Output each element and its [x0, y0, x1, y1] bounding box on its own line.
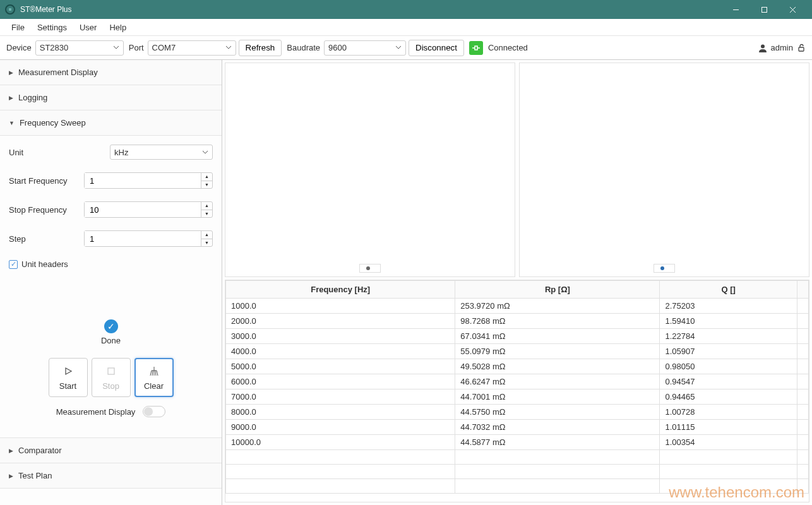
user-icon [758, 44, 767, 52]
table-cell: 44.7032 mΩ [455, 420, 660, 435]
chevron-down-icon [202, 148, 208, 157]
md-toggle[interactable] [143, 406, 165, 417]
table-header[interactable]: Frequency [Hz] [226, 281, 455, 299]
chart-rp-legend [359, 264, 381, 273]
table-row[interactable]: 4000.055.0979 mΩ1.05907 [226, 344, 809, 359]
table-cell: 9000.0 [226, 420, 455, 435]
start-freq-label: Start Frequency [9, 176, 84, 186]
step-value[interactable] [85, 231, 201, 246]
stop-button-label: Stop [102, 381, 119, 391]
table-row[interactable]: 2000.098.7268 mΩ1.59410 [226, 314, 809, 329]
stop-freq-input[interactable]: ▲▼ [84, 201, 213, 218]
port-select[interactable]: COM7 [148, 40, 236, 56]
table-cell: 0.94547 [660, 374, 797, 389]
menu-help[interactable]: Help [103, 20, 133, 35]
accordion-frequency-sweep[interactable]: ▼ Frequency Sweep [0, 110, 222, 136]
chevron-down-icon [395, 43, 402, 52]
frequency-sweep-panel: Unit kHz Start Frequency ▲▼ Stop Frequen… [0, 136, 222, 438]
done-check-icon: ✓ [104, 319, 118, 333]
table-row[interactable]: 10000.044.5877 mΩ1.00354 [226, 435, 809, 450]
table-cell: 1.00354 [660, 435, 797, 450]
accordion-test-plan[interactable]: ▶ Test Plan [0, 463, 222, 489]
stop-freq-value[interactable] [85, 202, 201, 217]
start-button[interactable]: Start [49, 358, 88, 397]
table-row[interactable]: 9000.044.7032 mΩ1.01115 [226, 420, 809, 435]
baudrate-label: Baudrate [287, 43, 320, 52]
table-cell: 253.9720 mΩ [455, 299, 660, 314]
close-button[interactable] [779, 0, 807, 19]
table-cell: 55.0979 mΩ [455, 344, 660, 359]
unit-label: Unit [9, 148, 110, 157]
chart-rp[interactable] [225, 62, 515, 277]
table-row[interactable]: 3000.067.0341 mΩ1.22784 [226, 329, 809, 344]
chart-q[interactable] [519, 62, 809, 277]
accordion-measurement-display[interactable]: ▶ Measurement Display [0, 60, 222, 85]
user-area[interactable]: admin [758, 43, 806, 52]
play-icon [64, 365, 73, 377]
refresh-button[interactable]: Refresh [239, 40, 282, 56]
menu-user[interactable]: User [73, 20, 103, 35]
table-row [226, 450, 809, 465]
spin-down-icon[interactable]: ▼ [201, 210, 212, 218]
disconnect-button[interactable]: Disconnect [409, 40, 464, 56]
table-cell: 1.22784 [660, 329, 797, 344]
table-row[interactable]: 6000.046.6247 mΩ0.94547 [226, 374, 809, 389]
data-table: Frequency [Hz]Rp [Ω]Q [] 1000.0253.9720 … [225, 280, 809, 494]
spin-down-icon[interactable]: ▼ [201, 181, 212, 189]
table-cell: 1.01115 [660, 420, 797, 435]
table-row[interactable]: 7000.044.7001 mΩ0.94465 [226, 389, 809, 405]
unit-value: kHz [114, 148, 128, 157]
accordion-label: Comparator [18, 446, 62, 455]
broom-icon [149, 365, 159, 377]
charts-row [225, 62, 809, 277]
table-row[interactable]: 1000.0253.9720 mΩ2.75203 [226, 299, 809, 314]
table-cell: 1.59410 [660, 314, 797, 329]
table-cell: 1.00728 [660, 405, 797, 420]
accordion-logging[interactable]: ▶ Logging [0, 85, 222, 110]
table-header[interactable]: Rp [Ω] [455, 281, 660, 299]
chevron-right-icon: ▶ [9, 95, 13, 101]
step-input[interactable]: ▲▼ [84, 230, 213, 247]
table-row [226, 479, 809, 494]
start-button-label: Start [59, 381, 76, 391]
menu-file[interactable]: File [5, 20, 31, 35]
table-cell: 49.5028 mΩ [455, 359, 660, 374]
stop-button[interactable]: Stop [92, 358, 131, 397]
unit-headers-checkbox[interactable]: ✓ [9, 260, 18, 269]
legend-dot-icon [660, 266, 664, 270]
device-label: Device [6, 43, 32, 52]
connected-icon [469, 41, 483, 55]
chevron-right-icon: ▶ [9, 69, 13, 76]
device-select[interactable]: ST2830 [35, 40, 124, 56]
table-row[interactable]: 8000.044.5750 mΩ1.00728 [226, 405, 809, 420]
spin-up-icon[interactable]: ▲ [201, 231, 212, 239]
start-freq-value[interactable] [85, 173, 201, 188]
user-name: admin [771, 43, 793, 52]
chart-q-svg [525, 68, 804, 246]
table-cell: 10000.0 [226, 435, 455, 450]
data-table-wrap[interactable]: Frequency [Hz]Rp [Ω]Q [] 1000.0253.9720 … [225, 280, 809, 502]
table-cell: 44.5877 mΩ [455, 435, 660, 450]
spin-up-icon[interactable]: ▲ [201, 202, 212, 210]
accordion-comparator[interactable]: ▶ Comparator [0, 438, 222, 463]
chevron-right-icon: ▶ [9, 448, 13, 454]
minimize-button[interactable] [722, 0, 750, 19]
device-value: ST2830 [40, 43, 69, 52]
step-label: Step [9, 234, 84, 244]
unit-select[interactable]: kHz [110, 145, 213, 160]
accordion-label: Frequency Sweep [20, 118, 86, 128]
table-cell: 7000.0 [226, 389, 455, 405]
maximize-button[interactable] [750, 0, 779, 19]
port-label: Port [129, 43, 144, 52]
baudrate-select[interactable]: 9600 [324, 40, 406, 56]
start-freq-input[interactable]: ▲▼ [84, 172, 213, 189]
app-icon [5, 4, 15, 15]
table-cell: 0.98050 [660, 359, 797, 374]
menu-settings[interactable]: Settings [31, 20, 73, 35]
spin-down-icon[interactable]: ▼ [201, 239, 212, 247]
chevron-down-icon: ▼ [9, 120, 15, 126]
table-header[interactable]: Q [] [660, 281, 797, 299]
spin-up-icon[interactable]: ▲ [201, 173, 212, 181]
table-row[interactable]: 5000.049.5028 mΩ0.98050 [226, 359, 809, 374]
clear-button[interactable]: Clear [134, 358, 174, 397]
